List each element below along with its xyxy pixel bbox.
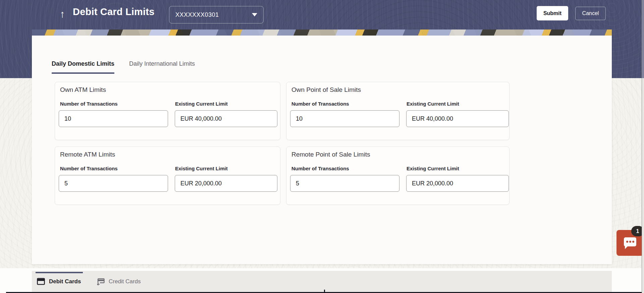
remote-pos-transactions-input[interactable]	[290, 175, 399, 192]
page-title: Debit Card Limits	[73, 6, 155, 17]
credit-cards-label: Credit Cards	[109, 278, 141, 285]
remote-atm-transactions-input[interactable]	[59, 175, 168, 192]
submit-button[interactable]: Submit	[537, 6, 568, 20]
tab-debit-cards[interactable]: Debit Cards	[37, 271, 81, 292]
remote-atm-limits-card: Remote ATM Limits Number of Transactions…	[55, 146, 280, 205]
card-type-tab-bar: Debit Cards Credit Cards	[32, 271, 612, 292]
own-atm-limit-input[interactable]	[175, 110, 277, 127]
tab-daily-domestic-limits[interactable]: Daily Domestic Limits	[52, 60, 114, 67]
remote-pos-limits-card: Remote Point of Sale Limits Number of Tr…	[286, 146, 509, 205]
debit-cards-label: Debit Cards	[49, 278, 81, 285]
debit-card-icon	[37, 278, 45, 285]
scrollbar-thumb[interactable]	[642, 0, 644, 78]
own-pos-limits-card: Own Point of Sale Limits Number of Trans…	[286, 82, 509, 140]
tab-credit-cards[interactable]: Credit Cards	[97, 271, 141, 292]
own-atm-limits-card: Own ATM Limits Number of Transactions Ex…	[55, 82, 280, 140]
cancel-button[interactable]: Cancel	[575, 7, 606, 20]
card-title: Remote ATM Limits	[60, 151, 115, 158]
existing-current-limit-label: Existing Current Limit	[407, 101, 459, 107]
tab-daily-international-limits[interactable]: Daily International Limits	[129, 60, 195, 67]
existing-current-limit-label: Existing Current Limit	[175, 101, 228, 107]
card-title: Own ATM Limits	[60, 86, 106, 94]
bottom-center-tick	[324, 290, 325, 292]
card-number-dropdown[interactable]: XXXXXXX0301	[169, 6, 264, 23]
banner-collage-strip	[32, 30, 612, 36]
remote-atm-limit-input[interactable]	[175, 175, 277, 192]
card-title: Own Point of Sale Limits	[291, 86, 361, 94]
chat-bubble-icon	[624, 237, 636, 246]
number-of-transactions-label: Number of Transactions	[291, 166, 349, 171]
number-of-transactions-label: Number of Transactions	[60, 101, 118, 107]
own-atm-transactions-input[interactable]	[59, 110, 168, 127]
existing-current-limit-label: Existing Current Limit	[407, 166, 459, 171]
card-title: Remote Point of Sale Limits	[291, 151, 370, 158]
card-number-value: XXXXXXX0301	[175, 11, 252, 18]
remote-pos-limit-input[interactable]	[406, 175, 509, 192]
back-arrow-icon[interactable]: ↑	[56, 7, 68, 21]
own-pos-transactions-input[interactable]	[290, 110, 399, 127]
own-pos-limit-input[interactable]	[406, 110, 509, 127]
chevron-down-icon	[252, 13, 257, 16]
number-of-transactions-label: Number of Transactions	[60, 166, 118, 171]
credit-card-swap-icon	[97, 278, 105, 285]
limits-panel: Daily Domestic Limits Daily Internationa…	[32, 36, 612, 264]
number-of-transactions-label: Number of Transactions	[291, 101, 349, 107]
debit-card-limits-page: ↑ Debit Card Limits XXXXXXX0301 Submit C…	[0, 0, 644, 293]
page-scrollbar[interactable]	[642, 0, 644, 293]
existing-current-limit-label: Existing Current Limit	[175, 166, 228, 171]
